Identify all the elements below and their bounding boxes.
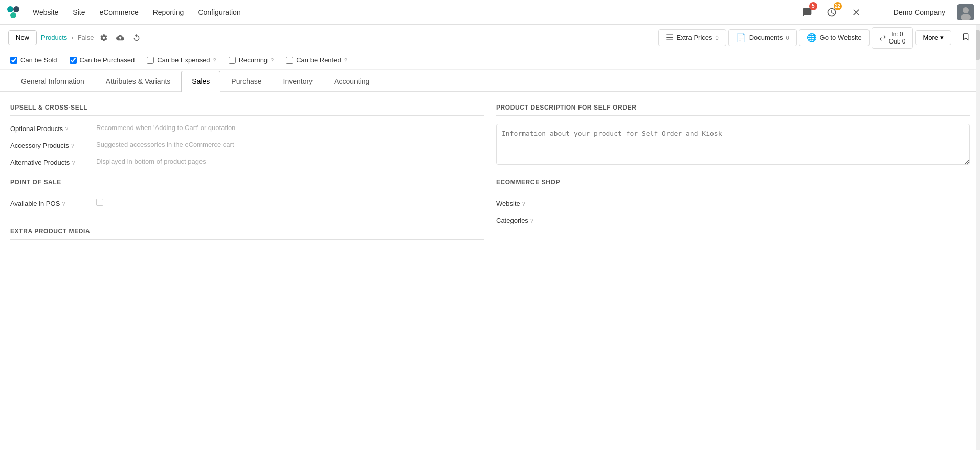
- nav-configuration[interactable]: Configuration: [192, 5, 247, 19]
- nav-reporting[interactable]: Reporting: [147, 5, 190, 19]
- self-order-description-input[interactable]: [496, 124, 970, 165]
- nav-ecommerce[interactable]: eCommerce: [93, 5, 144, 19]
- in-label: In: 0Out: 0: [889, 31, 906, 45]
- help-icon: ?: [344, 57, 347, 63]
- accessory-products-input[interactable]: Suggested accessories in the eCommerce c…: [96, 141, 484, 148]
- list-icon: ☰: [666, 33, 673, 42]
- help-icon: ?: [271, 57, 274, 63]
- product-tabs: General Information Attributes & Variant…: [0, 70, 980, 92]
- self-order-section-header: PRODUCT DESCRIPTION FOR SELF ORDER: [496, 104, 970, 116]
- document-icon: 📄: [736, 33, 746, 42]
- help-icon: ?: [213, 57, 216, 63]
- upsell-section-header: UPSELL & CROSS-SELL: [10, 104, 484, 116]
- more-label: More: [923, 34, 938, 41]
- new-button[interactable]: New: [8, 30, 37, 45]
- pos-section-header: POINT OF SALE: [10, 179, 484, 190]
- alternative-products-label: Alternative Products ?: [10, 158, 92, 166]
- pos-checkbox-box[interactable]: [96, 199, 103, 206]
- messages-badge: 5: [809, 2, 817, 10]
- website-row: Website ?: [496, 199, 970, 207]
- user-avatar[interactable]: [957, 4, 974, 20]
- svg-point-4: [963, 7, 969, 13]
- tab-attributes-variants[interactable]: Attributes & Variants: [95, 71, 182, 92]
- can-be-sold-checkbox[interactable]: Can be Sold: [10, 56, 57, 64]
- documents-label: Documents: [749, 34, 783, 41]
- tab-purchase[interactable]: Purchase: [220, 71, 272, 92]
- settings-icon-button[interactable]: [98, 32, 110, 44]
- can-be-expensed-checkbox[interactable]: Can be Expensed ?: [147, 56, 216, 64]
- arrows-icon: ⇄: [879, 33, 886, 42]
- extra-media-section-header: EXTRA PRODUCT MEDIA: [10, 228, 484, 240]
- svg-point-1: [13, 6, 19, 12]
- help-icon: ?: [72, 160, 75, 166]
- breadcrumb-products[interactable]: Products: [41, 34, 67, 41]
- recurring-checkbox[interactable]: Recurring ?: [229, 56, 274, 64]
- available-in-pos-checkbox[interactable]: [96, 199, 103, 206]
- can-be-rented-checkbox[interactable]: Can be Rented ?: [286, 56, 347, 64]
- tab-sales[interactable]: Sales: [181, 71, 220, 92]
- categories-label: Categories ?: [496, 216, 578, 224]
- alternative-products-row: Alternative Products ? Displayed in bott…: [10, 158, 484, 166]
- help-icon: ?: [65, 126, 68, 132]
- nav-separator: [877, 5, 877, 19]
- extra-prices-count: 0: [716, 35, 719, 41]
- documents-count: 0: [786, 35, 789, 41]
- go-to-website-button[interactable]: 🌐 Go to Website: [799, 29, 870, 46]
- clock-button[interactable]: 22: [823, 4, 840, 20]
- breadcrumb-separator: ›: [71, 34, 73, 41]
- website-label: Website ?: [496, 199, 578, 207]
- top-navigation: Website Site eCommerce Reporting Configu…: [0, 0, 980, 25]
- help-icon: ?: [522, 201, 525, 207]
- ecommerce-section-header: ECOMMERCE SHOP: [496, 179, 970, 190]
- help-icon: ?: [62, 201, 65, 207]
- extra-prices-label: Extra Prices: [676, 34, 712, 41]
- product-flags-row: Can be Sold Can be Purchased Can be Expe…: [0, 51, 980, 70]
- go-to-website-label: Go to Website: [820, 34, 862, 41]
- nav-site[interactable]: Site: [66, 5, 91, 19]
- available-in-pos-label: Available in POS ?: [10, 199, 92, 207]
- more-chevron-icon: ▾: [940, 34, 944, 41]
- bookmark-button[interactable]: [960, 30, 972, 46]
- messages-button[interactable]: 5: [799, 4, 815, 20]
- extra-prices-button[interactable]: ☰ Extra Prices 0: [658, 29, 726, 46]
- accessory-products-row: Accessory Products ? Suggested accessori…: [10, 141, 484, 149]
- optional-products-label: Optional Products ?: [10, 124, 92, 133]
- categories-row: Categories ?: [496, 216, 970, 224]
- nav-website[interactable]: Website: [27, 5, 64, 19]
- more-button[interactable]: More ▾: [915, 30, 951, 45]
- company-name[interactable]: Demo Company: [894, 8, 945, 16]
- breadcrumb-current: False: [78, 34, 94, 41]
- tab-inventory[interactable]: Inventory: [273, 71, 324, 92]
- sales-tab-content: UPSELL & CROSS-SELL Optional Products ? …: [0, 92, 980, 260]
- help-icon: ?: [71, 143, 74, 149]
- tab-general-information[interactable]: General Information: [10, 71, 95, 92]
- discard-button[interactable]: [130, 32, 143, 44]
- svg-point-2: [10, 12, 16, 18]
- close-button[interactable]: [848, 4, 864, 20]
- svg-point-0: [7, 6, 13, 12]
- accessory-products-label: Accessory Products ?: [10, 141, 92, 149]
- record-toolbar: New Products › False ☰ Extra Prices 0 📄 …: [0, 25, 980, 51]
- tab-accounting[interactable]: Accounting: [323, 71, 380, 92]
- app-logo[interactable]: [6, 5, 20, 19]
- globe-icon: 🌐: [807, 33, 817, 42]
- documents-button[interactable]: 📄 Documents 0: [728, 29, 797, 46]
- optional-products-row: Optional Products ? Recommend when 'Addi…: [10, 124, 484, 133]
- optional-products-input[interactable]: Recommend when 'Adding to Cart' or quota…: [96, 124, 484, 132]
- scrollbar-thumb[interactable]: [976, 30, 980, 60]
- upload-icon-button[interactable]: [114, 32, 126, 44]
- inout-button[interactable]: ⇄ In: 0Out: 0: [872, 27, 914, 49]
- right-column: PRODUCT DESCRIPTION FOR SELF ORDER ECOMM…: [496, 104, 970, 248]
- available-in-pos-row: Available in POS ?: [10, 199, 484, 207]
- scrollbar-track[interactable]: [976, 25, 980, 260]
- can-be-purchased-checkbox[interactable]: Can be Purchased: [70, 56, 135, 64]
- alternative-products-input[interactable]: Displayed in bottom of product pages: [96, 158, 484, 165]
- left-column: UPSELL & CROSS-SELL Optional Products ? …: [10, 104, 484, 248]
- help-icon: ?: [530, 218, 533, 224]
- clock-badge: 22: [834, 2, 842, 10]
